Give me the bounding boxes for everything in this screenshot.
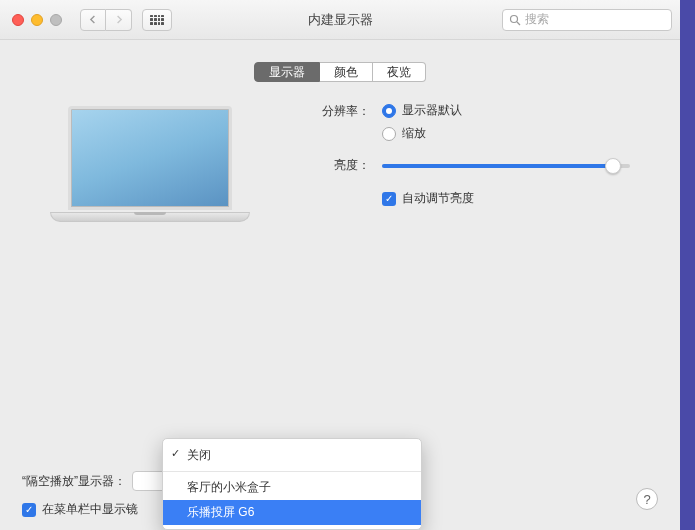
slider-thumb[interactable]	[605, 158, 621, 174]
airplay-option-xiaomi[interactable]: 客厅的小米盒子	[163, 475, 421, 500]
tabs: 显示器 颜色 夜览	[20, 62, 660, 82]
display-illustration	[40, 102, 260, 242]
svg-point-0	[511, 15, 518, 22]
svg-line-1	[517, 22, 520, 25]
airplay-option-off[interactable]: 关闭	[163, 443, 421, 468]
resolution-scaled-option[interactable]: 缩放	[382, 125, 462, 142]
help-button[interactable]: ?	[636, 488, 658, 510]
search-input[interactable]: 搜索	[502, 9, 672, 31]
checkbox-icon: ✓	[382, 192, 396, 206]
nav-group	[80, 9, 132, 31]
bottom-area: “隔空播放”显示器： ✓ 在菜单栏中显示镜 关闭 客厅的小米盒子 乐播投屏 G6	[22, 471, 658, 518]
tab-color[interactable]: 颜色	[320, 62, 373, 82]
show-all-button[interactable]	[142, 9, 172, 31]
radio-icon	[382, 104, 396, 118]
brightness-label: 亮度：	[290, 156, 370, 174]
airplay-label: “隔空播放”显示器：	[22, 473, 126, 490]
airplay-option-lebo[interactable]: 乐播投屏 G6	[163, 500, 421, 525]
grid-icon	[150, 15, 164, 25]
chevron-right-icon	[114, 15, 123, 24]
content-area: 显示器 颜色 夜览 分辨率： 显示器默认	[0, 40, 680, 530]
preferences-window: 内建显示器 搜索 显示器 颜色 夜览 分辨率：	[0, 0, 680, 530]
search-icon	[509, 14, 521, 26]
main-row: 分辨率： 显示器默认 缩放 亮度：	[20, 102, 660, 242]
brightness-slider[interactable]	[382, 156, 630, 176]
brightness-row: 亮度：	[290, 156, 630, 176]
tab-nightshift[interactable]: 夜览	[373, 62, 426, 82]
window-title: 内建显示器	[308, 11, 373, 29]
close-icon[interactable]	[12, 14, 24, 26]
search-placeholder: 搜索	[525, 11, 549, 28]
tab-display[interactable]: 显示器	[254, 62, 320, 82]
back-button[interactable]	[80, 9, 106, 31]
forward-button[interactable]	[106, 9, 132, 31]
auto-brightness-checkbox[interactable]: ✓ 自动调节亮度	[382, 190, 630, 207]
settings-column: 分辨率： 显示器默认 缩放 亮度：	[290, 102, 660, 242]
titlebar: 内建显示器 搜索	[0, 0, 680, 40]
resolution-label: 分辨率：	[290, 102, 370, 120]
minimize-icon[interactable]	[31, 14, 43, 26]
separator	[163, 471, 421, 472]
airplay-dropdown: 关闭 客厅的小米盒子 乐播投屏 G6	[162, 438, 422, 530]
checkbox-icon: ✓	[22, 503, 36, 517]
zoom-icon	[50, 14, 62, 26]
resolution-row: 分辨率： 显示器默认 缩放	[290, 102, 630, 142]
radio-icon	[382, 127, 396, 141]
window-controls	[12, 14, 62, 26]
chevron-left-icon	[89, 15, 98, 24]
resolution-default-option[interactable]: 显示器默认	[382, 102, 462, 119]
